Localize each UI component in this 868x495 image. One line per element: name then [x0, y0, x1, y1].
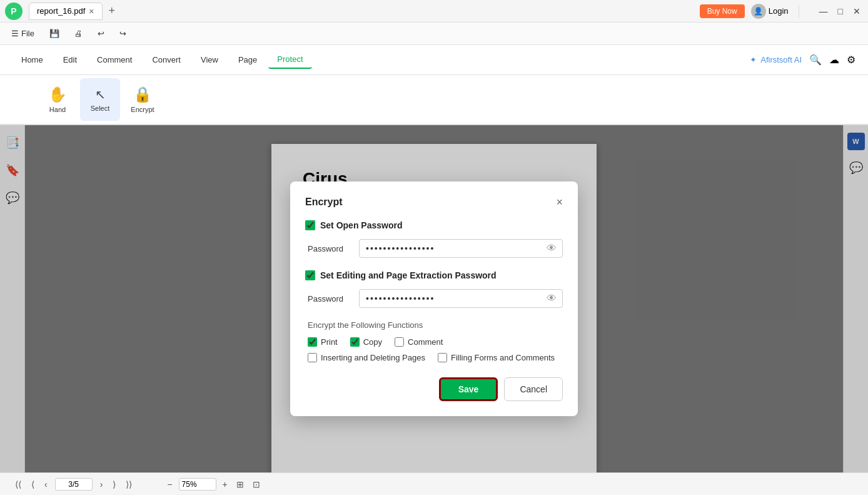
encrypt-tool-button[interactable]: 🔒 Encrypt: [123, 78, 163, 121]
menu-convert[interactable]: Convert: [143, 51, 189, 68]
zoom-controls: − + ⊞ ⊡: [164, 478, 262, 491]
menu-page[interactable]: Page: [230, 51, 266, 68]
toolbar: ☰ File 💾 🖨 ↩ ↪: [0, 23, 868, 45]
bottom-bar: ⟨⟨ ⟨ ‹ › ⟩ ⟩⟩ − + ⊞ ⊡: [0, 472, 868, 495]
ai-button[interactable]: ✦ Afirstsoft AI: [750, 55, 802, 64]
fit-page-button[interactable]: ⊞: [234, 478, 246, 491]
save-icon: 💾: [49, 29, 59, 38]
toggle-open-password-visibility-icon[interactable]: 👁: [547, 243, 557, 254]
functions-row-2: Inserting and Deleting Pages Filling For…: [305, 353, 563, 362]
login-button[interactable]: 👤 Login: [751, 4, 789, 19]
last-page-button[interactable]: ⟩⟩: [123, 478, 134, 491]
copy-label: Copy: [363, 337, 382, 347]
next-next-page-button[interactable]: ⟩: [110, 478, 118, 491]
hand-label: Hand: [49, 106, 66, 113]
filling-forms-checkbox[interactable]: [438, 353, 447, 362]
menubar: Home Edit Comment Convert View Page Prot…: [0, 45, 868, 75]
next-page-button[interactable]: ›: [98, 478, 106, 491]
editing-password-section: Set Editing and Page Extraction Password: [305, 270, 563, 280]
fit-width-button[interactable]: ⊡: [250, 478, 263, 491]
hamburger-icon: ☰: [11, 29, 19, 38]
zoom-in-button[interactable]: +: [220, 478, 230, 491]
select-tool-button[interactable]: ↖ Select: [80, 78, 120, 121]
functions-row-1: Print Copy Comment: [305, 337, 563, 347]
hand-tool-button[interactable]: ✋ Hand: [38, 78, 78, 121]
ribbon: ✋ Hand ↖ Select 🔒 Encrypt: [0, 75, 868, 125]
menubar-right: ✦ Afirstsoft AI 🔍 ☁ ⚙: [750, 54, 855, 66]
editing-password-checkbox[interactable]: [305, 270, 315, 280]
filling-forms-checkbox-item: Filling Forms and Comments: [438, 353, 555, 362]
open-password-checkbox[interactable]: [305, 220, 315, 230]
ai-icon: ✦: [750, 55, 757, 64]
toggle-editing-password-visibility-icon[interactable]: 👁: [547, 293, 557, 304]
app-logo: P: [5, 3, 23, 20]
titlebar-right: Buy Now 👤 Login — □ ✕: [700, 4, 863, 19]
buy-now-button[interactable]: Buy Now: [700, 4, 745, 18]
modal-close-button[interactable]: ×: [556, 196, 563, 208]
password-label-2: Password: [308, 294, 353, 304]
tab-filename: report_16.pdf: [37, 6, 85, 16]
new-tab-button[interactable]: +: [105, 4, 119, 18]
undo-icon: ↩: [98, 29, 104, 38]
open-password-section: Set Open Password: [305, 220, 563, 230]
inserting-deleting-checkbox-item: Inserting and Deleting Pages: [308, 353, 425, 362]
editing-password-input[interactable]: [359, 289, 563, 308]
inserting-deleting-label: Inserting and Deleting Pages: [321, 353, 425, 362]
print-checkbox[interactable]: [308, 337, 317, 347]
zoom-out-button[interactable]: −: [164, 478, 174, 491]
file-menu-button[interactable]: ☰ File: [8, 28, 38, 39]
print-checkbox-item: Print: [308, 337, 338, 347]
cloud-icon[interactable]: ☁: [829, 54, 839, 66]
hand-icon: ✋: [48, 86, 67, 103]
copy-checkbox-item: Copy: [350, 337, 382, 347]
redo-button[interactable]: ↪: [116, 28, 130, 39]
maximize-button[interactable]: □: [835, 6, 845, 16]
filling-forms-label: Filling Forms and Comments: [451, 353, 555, 362]
comment-label: Comment: [408, 337, 443, 347]
search-icon[interactable]: 🔍: [809, 54, 822, 66]
comment-checkbox-item: Comment: [395, 337, 443, 347]
tab-close-button[interactable]: ×: [89, 7, 94, 16]
menu-edit[interactable]: Edit: [54, 51, 86, 68]
titlebar: P report_16.pdf × + Buy Now 👤 Login — □ …: [0, 0, 868, 23]
print-icon: 🖨: [74, 29, 83, 38]
print-button[interactable]: 🖨: [71, 28, 86, 39]
tab-area: P report_16.pdf × +: [5, 3, 119, 20]
page-number-input[interactable]: [55, 478, 93, 491]
menu-protect[interactable]: Protect: [268, 51, 311, 69]
active-tab[interactable]: report_16.pdf ×: [29, 3, 103, 20]
user-avatar: 👤: [751, 4, 766, 19]
close-button[interactable]: ✕: [850, 6, 863, 16]
inserting-deleting-checkbox[interactable]: [308, 353, 317, 362]
redo-icon: ↪: [119, 29, 126, 38]
encrypt-icon: 🔒: [133, 86, 152, 103]
undo-button[interactable]: ↩: [94, 28, 108, 39]
menu-view[interactable]: View: [192, 51, 227, 68]
encrypt-label: Encrypt: [131, 106, 154, 113]
first-page-button[interactable]: ⟨⟨: [13, 478, 24, 491]
window-controls: — □ ✕: [817, 6, 863, 16]
menu-comment[interactable]: Comment: [88, 51, 141, 68]
editing-password-label: Set Editing and Page Extraction Password: [320, 270, 497, 280]
copy-checkbox[interactable]: [350, 337, 360, 347]
password-label-1: Password: [308, 244, 353, 253]
cancel-button[interactable]: Cancel: [504, 377, 563, 401]
menu-home[interactable]: Home: [13, 51, 52, 68]
open-password-label: Set Open Password: [320, 220, 402, 230]
editing-password-row: Password 👁: [305, 289, 563, 308]
comment-checkbox[interactable]: [395, 337, 404, 347]
modal-title: Encrypt: [305, 196, 343, 208]
save-button[interactable]: Save: [439, 377, 498, 401]
modal-overlay: Encrypt × Set Open Password Password 👁 S…: [0, 125, 868, 472]
prev-prev-page-button[interactable]: ⟨: [29, 478, 37, 491]
select-icon: ↖: [95, 87, 106, 102]
zoom-level-input[interactable]: [179, 478, 216, 491]
open-password-input[interactable]: [359, 239, 563, 258]
encrypt-modal: Encrypt × Set Open Password Password 👁 S…: [290, 181, 578, 416]
editing-password-input-wrap: 👁: [359, 289, 563, 308]
prev-page-button[interactable]: ‹: [42, 478, 50, 491]
minimize-button[interactable]: —: [817, 6, 830, 16]
settings-icon[interactable]: ⚙: [847, 54, 855, 66]
open-password-row: Password 👁: [305, 239, 563, 258]
save-button[interactable]: 💾: [46, 28, 63, 39]
